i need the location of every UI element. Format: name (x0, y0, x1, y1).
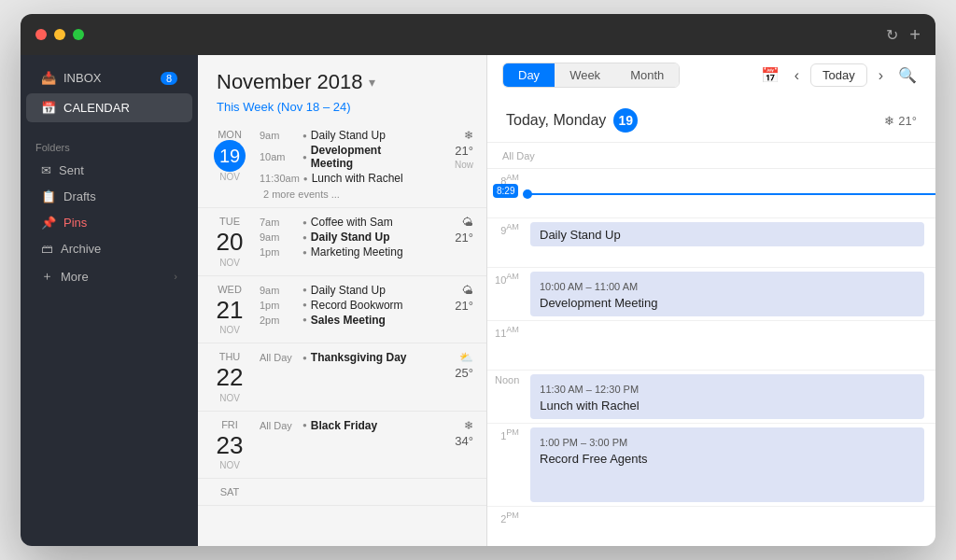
add-icon[interactable]: + (909, 24, 921, 46)
event-line[interactable]: 10am ● Development Meeting (260, 144, 415, 170)
maximize-button[interactable] (73, 29, 84, 40)
view-tabs: Day Week Month (502, 63, 680, 88)
day-num-fri: 23 (217, 430, 244, 461)
weather-temp-mon: 21° (455, 144, 473, 158)
drafts-icon: 📋 (41, 189, 56, 203)
time-row-8am: 8AM 8:29 (487, 169, 935, 218)
day-month-thu: NOV (219, 393, 240, 403)
time-label-11am: 11AM (487, 321, 527, 339)
day-weather-temp: 21° (898, 114, 917, 128)
event-name: Lunch with Rachel (540, 399, 639, 413)
event-time: 10:00 AM – 11:00 AM (540, 281, 638, 292)
event-lunch[interactable]: 11:30 AM – 12:30 PM Lunch with Rachel (530, 374, 924, 419)
tab-day[interactable]: Day (503, 63, 555, 87)
time-content-2pm (527, 507, 935, 546)
timeline[interactable]: All Day 8AM 8:29 9AM (487, 143, 935, 546)
weather-icon-wed: 🌤 (462, 284, 473, 297)
pins-label: Pins (63, 216, 87, 230)
event-line[interactable]: All Day ● Black Friday (260, 419, 415, 432)
event-time: 1:00 PM – 3:00 PM (540, 437, 627, 448)
event-line[interactable]: 9am ● Daily Stand Up (260, 284, 415, 297)
pins-icon: 📌 (41, 216, 56, 230)
event-line[interactable]: 11:30am ● Lunch with Rachel (260, 172, 415, 185)
event-daily-standup[interactable]: Daily Stand Up (530, 222, 924, 246)
cal-events-thu: All Day ● Thanksgiving Day (260, 351, 415, 364)
cal-day-row-sat[interactable]: Sat (198, 479, 486, 506)
cal-list-month: November 2018 ▾ (217, 70, 468, 94)
cal-more-events[interactable]: 2 more events ... (260, 189, 415, 200)
cal-day-info-mon: Mon 19 NOV (211, 129, 248, 182)
day-month-tue: NOV (219, 258, 240, 268)
day-name-wed: Wed (218, 284, 242, 295)
event-line[interactable]: 9am ● Daily Stand Up (260, 129, 415, 142)
sidebar-item-pins[interactable]: 📌 Pins (26, 210, 192, 235)
cal-day-row-mon[interactable]: Mon 19 NOV 9am ● Daily Stand Up 10am ● (198, 121, 486, 208)
search-button[interactable]: 🔍 (894, 63, 921, 88)
event-line[interactable]: 2pm ● Sales Meeting (260, 314, 415, 327)
allday-row: All Day (487, 143, 935, 169)
day-name-mon: Mon (218, 129, 242, 140)
tab-week[interactable]: Week (555, 63, 615, 87)
day-month-fri: NOV (219, 460, 240, 470)
day-detail-header: Today, Monday 19 ❄ 21° (487, 95, 935, 143)
event-line[interactable]: All Day ● Thanksgiving Day (260, 351, 415, 364)
event-line[interactable]: 1pm ● Record Bookworm (260, 299, 415, 312)
today-label: Today, Monday (506, 112, 606, 129)
calendar-grid-icon[interactable]: 📅 (757, 63, 783, 88)
event-record-free-agents[interactable]: 1:00 PM – 3:00 PM Record Free Agents (530, 427, 924, 502)
sent-icon: ✉ (41, 163, 51, 177)
close-button[interactable] (35, 29, 47, 40)
more-label: More (61, 270, 89, 284)
cal-events-mon: 9am ● Daily Stand Up 10am ● Development … (260, 129, 415, 200)
day-name-sat: Sat (220, 486, 240, 497)
day-name-fri: Fri (221, 419, 238, 430)
cal-day-row-fri[interactable]: Fri 23 NOV All Day ● Black Friday ❄ 34° (198, 412, 486, 480)
weather-icon-mon: ❄ (464, 129, 473, 142)
time-content-10am: 10:00 AM – 11:00 AM Development Meeting (527, 268, 935, 320)
weather-temp-wed: 21° (455, 299, 473, 313)
sidebar-item-drafts[interactable]: 📋 Drafts (26, 184, 192, 209)
cal-weather-fri: ❄ 34° (427, 419, 473, 448)
sidebar-item-sent[interactable]: ✉ Sent (26, 158, 192, 183)
cal-list-scroll[interactable]: Mon 19 NOV 9am ● Daily Stand Up 10am ● (198, 121, 486, 546)
calendar-list: November 2018 ▾ This Week (Nov 18 – 24) … (198, 55, 487, 546)
cal-day-row-thu[interactable]: Thu 22 NOV All Day ● Thanksgiving Day ⛅ (198, 343, 486, 412)
event-line[interactable]: 1pm ● Marketing Meeting (260, 245, 415, 259)
inbox-badge: 8 (161, 72, 177, 85)
day-month-wed: NOV (219, 325, 240, 335)
more-arrow-icon: › (174, 271, 177, 282)
time-row-10am: 10AM 10:00 AM – 11:00 AM Development Mee… (487, 268, 935, 321)
cal-day-info-fri: Fri 23 NOV (211, 419, 248, 471)
today-button[interactable]: Today (810, 63, 867, 87)
inbox-label: INBOX (63, 71, 101, 85)
toolbar-right: 📅 ‹ Today › 🔍 (757, 63, 921, 88)
refresh-icon[interactable]: ↻ (886, 26, 898, 44)
sidebar-item-calendar[interactable]: 📅 CALENDAR (26, 93, 192, 122)
minimize-button[interactable] (54, 29, 65, 40)
cal-day-row-tue[interactable]: Tue 20 NOV 7am ● Coffee with Sam 9am ● (198, 208, 486, 276)
day-month-mon: NOV (219, 172, 240, 182)
tab-month[interactable]: Month (615, 63, 679, 87)
sidebar-item-inbox[interactable]: 📥 INBOX 8 (26, 63, 192, 92)
month-dropdown-icon[interactable]: ▾ (369, 75, 375, 90)
archive-label: Archive (61, 242, 101, 256)
cal-day-info-thu: Thu 22 NOV (211, 351, 248, 403)
time-content-noon: 11:30 AM – 12:30 PM Lunch with Rachel (527, 371, 935, 423)
cal-events-fri: All Day ● Black Friday (260, 419, 415, 432)
event-time: 11:30 AM – 12:30 PM (540, 384, 639, 395)
sidebar-item-archive[interactable]: 🗃 Archive (26, 236, 192, 261)
event-line[interactable]: 7am ● Coffee with Sam (260, 216, 415, 229)
event-dev-meeting[interactable]: 10:00 AM – 11:00 AM Development Meeting (530, 272, 924, 316)
time-row-1pm: 1PM 1:00 PM – 3:00 PM Record Free Agents (487, 424, 935, 507)
time-label-10am: 10AM (487, 268, 527, 286)
event-line[interactable]: 9am ● Daily Stand Up (260, 231, 415, 244)
cal-events-wed: 9am ● Daily Stand Up 1pm ● Record Bookwo… (260, 284, 415, 327)
nav-next-button[interactable]: › (871, 63, 891, 88)
cal-day-info-sat: Sat (211, 486, 248, 497)
inbox-icon: 📥 (41, 71, 56, 85)
cal-day-row-wed[interactable]: Wed 21 NOV 9am ● Daily Stand Up 1pm ● (198, 276, 486, 344)
nav-prev-button[interactable]: ‹ (787, 63, 807, 88)
title-bar: ↻ + (21, 14, 935, 55)
sidebar-item-more[interactable]: ＋ More › (26, 262, 192, 290)
time-label-noon: Noon (487, 371, 527, 385)
